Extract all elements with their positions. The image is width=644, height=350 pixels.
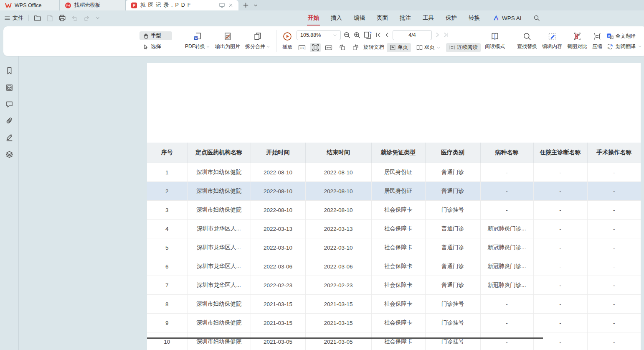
table-cell: -: [533, 276, 587, 295]
table-cell: 2021-03-05: [251, 332, 305, 350]
edit-content-button[interactable]: 编辑内容: [540, 26, 565, 56]
open-folder-icon[interactable]: [34, 14, 41, 22]
single-page-button[interactable]: 单页: [387, 43, 411, 52]
save-icon[interactable]: [46, 15, 53, 22]
menu-item-工具[interactable]: 工具: [423, 14, 434, 22]
table-cell: 2021-03-15: [305, 314, 371, 332]
pdf-convert-icon: W: [193, 32, 202, 41]
rotate-right-icon[interactable]: [350, 43, 361, 52]
table-row[interactable]: 6深圳市龙华区人...2022-03-062022-03-06社会保障卡普通门诊…: [147, 257, 641, 276]
page-indicator-box[interactable]: 4/4: [393, 30, 432, 40]
tab-docer-templates[interactable]: 找稻壳模板: [60, 0, 126, 10]
last-page-icon[interactable]: [443, 32, 449, 38]
table-cell: -: [587, 238, 641, 257]
table-cell: 6: [147, 257, 187, 276]
table-cell: 2022-08-10: [305, 163, 371, 182]
wps-ai-button[interactable]: WPS AI: [493, 15, 522, 21]
prev-page-icon[interactable]: [384, 32, 390, 38]
menu-item-批注[interactable]: 批注: [400, 14, 411, 22]
play-button[interactable]: 播放: [280, 26, 295, 56]
split-merge-button[interactable]: 拆分合并: [243, 26, 273, 56]
search-icon[interactable]: [533, 15, 540, 21]
export-image-icon: [223, 32, 232, 41]
attachment-icon[interactable]: [5, 117, 13, 125]
translate-group: A文 全文翻译 xA 划词翻译: [606, 26, 642, 56]
rotate-left-icon[interactable]: [337, 43, 347, 52]
table-cell: 2021-03-05: [305, 332, 371, 350]
wps-ai-label: WPS AI: [502, 15, 522, 21]
hand-tool-button[interactable]: 手型: [139, 31, 172, 40]
print-icon[interactable]: [58, 14, 66, 22]
table-row[interactable]: 8深圳市妇幼保健院2021-03-152021-03-15社会保障卡门诊挂号--…: [147, 295, 641, 314]
page-switch-icon[interactable]: [363, 31, 373, 39]
read-mode-button[interactable]: 阅读模式: [482, 26, 507, 56]
table-cell: 门诊挂号: [425, 295, 480, 314]
menu-item-编辑[interactable]: 编辑: [354, 14, 365, 22]
menu-item-保护[interactable]: 保护: [446, 14, 457, 22]
fit-page-button[interactable]: [310, 43, 321, 52]
screenshot-compare-button[interactable]: 截图对比: [565, 26, 590, 56]
continuous-read-button[interactable]: 连续阅读: [446, 43, 481, 52]
tab-medical-record-pdf[interactable]: P 就医记录.PDF: [126, 0, 238, 10]
table-cell: 普通门诊: [425, 163, 480, 182]
more-chevron-icon[interactable]: [95, 15, 100, 20]
word-translate-button[interactable]: xA 划词翻译: [606, 43, 642, 50]
first-page-icon[interactable]: [375, 32, 381, 38]
table-cell: 2022-02-23: [251, 276, 305, 295]
actual-size-button[interactable]: 1:1: [297, 43, 307, 52]
table-row[interactable]: 9深圳市妇幼保健院2021-03-152021-03-15社会保障卡门诊挂号--…: [147, 314, 641, 332]
close-tab-icon[interactable]: [228, 3, 233, 8]
file-menu-button[interactable]: 文件: [4, 14, 23, 22]
table-cell: 2022-03-10: [305, 238, 371, 257]
table-row[interactable]: 7深圳市龙华区人...2022-02-232022-02-23社会保障卡普通门诊…: [147, 276, 641, 295]
play-label: 播放: [282, 43, 292, 51]
table-row[interactable]: 4深圳市龙华区人...2022-03-132022-03-13社会保障卡普通门诊…: [147, 220, 641, 238]
table-cell: 普通门诊: [425, 276, 480, 295]
menu-item-页面[interactable]: 页面: [377, 14, 388, 22]
next-page-icon[interactable]: [434, 32, 441, 38]
table-cell: 门诊挂号: [425, 332, 480, 350]
menu-item-开始[interactable]: 开始: [308, 14, 319, 22]
tab-list-chevron-icon[interactable]: [253, 3, 258, 8]
column-header: 住院主诊断名称: [533, 143, 587, 163]
table-cell: 社会保障卡: [371, 332, 425, 350]
table-row[interactable]: 2深圳市妇幼保健院2022-08-102022-08-10居民身份证普通门诊--…: [147, 182, 641, 201]
export-image-button[interactable]: 输出为图片: [213, 26, 243, 56]
table-row[interactable]: 1深圳市妇幼保健院2022-08-102022-08-10居民身份证普通门诊--…: [147, 163, 641, 182]
rotate-doc-label[interactable]: 旋转文档: [363, 44, 384, 51]
fit-width-button[interactable]: [323, 43, 334, 52]
table-row[interactable]: 3深圳市妇幼保健院2022-08-102022-08-10社会保障卡门诊挂号--…: [147, 201, 641, 220]
double-page-button[interactable]: 双页: [413, 43, 444, 52]
svg-text:1:1: 1:1: [300, 46, 304, 49]
table-cell: 社会保障卡: [371, 295, 425, 314]
pdf-page[interactable]: 序号定点医药机构名称开始时间结束时间就诊凭证类型医疗类别病种名称住院主诊断名称手…: [147, 63, 641, 350]
select-tool-button[interactable]: 选择: [139, 42, 172, 51]
zoom-out-icon[interactable]: [343, 31, 351, 39]
undo-icon[interactable]: [71, 15, 78, 22]
zoom-value: 105.88%: [300, 32, 321, 38]
comment-icon[interactable]: [5, 100, 13, 108]
table-row[interactable]: 5深圳市龙华区人...2022-03-102022-03-10社会保障卡普通门诊…: [147, 238, 641, 257]
compress-button[interactable]: 压缩: [590, 26, 605, 56]
menu-item-转换[interactable]: 转换: [469, 14, 480, 22]
continuous-read-label: 连续阅读: [457, 44, 478, 51]
new-tab-icon[interactable]: [243, 2, 249, 8]
find-replace-button[interactable]: 查找替换: [515, 26, 540, 56]
full-translate-button[interactable]: A文 全文翻译: [606, 33, 642, 40]
table-cell: -: [587, 220, 641, 238]
redo-icon[interactable]: [83, 15, 90, 22]
tab-wps-home[interactable]: WPS Office: [0, 0, 60, 10]
menu-item-插入[interactable]: 插入: [331, 14, 342, 22]
table-cell: -: [587, 332, 641, 350]
layers-icon[interactable]: [5, 151, 13, 158]
thumbnail-icon[interactable]: [5, 84, 13, 92]
table-row[interactable]: 10深圳市妇幼保健院2021-03-052021-03-05社会保障卡门诊挂号-…: [147, 332, 641, 350]
table-cell: -: [587, 201, 641, 220]
signature-pen-icon[interactable]: [5, 134, 13, 142]
export-image-label: 输出为图片: [215, 43, 240, 50]
bookmark-icon[interactable]: [5, 67, 13, 75]
pdf-convert-button[interactable]: W PDF转换: [183, 26, 213, 56]
screen-share-icon[interactable]: [219, 2, 225, 8]
zoom-select[interactable]: 105.88%: [297, 30, 341, 40]
zoom-in-icon[interactable]: [353, 31, 361, 39]
